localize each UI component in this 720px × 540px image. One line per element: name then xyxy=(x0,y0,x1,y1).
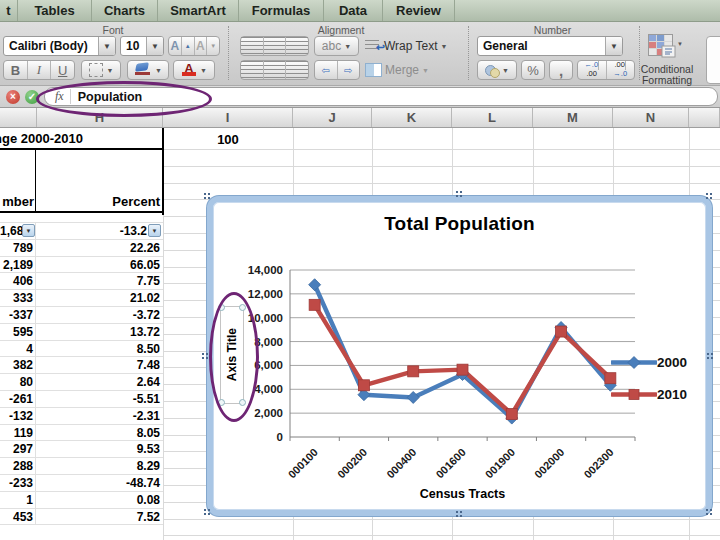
chart-handle-middle-right[interactable] xyxy=(706,352,714,360)
column-header-partial[interactable] xyxy=(689,108,720,127)
decrease-decimal-button[interactable]: .00→.0 xyxy=(607,61,635,79)
column-header-L[interactable]: L xyxy=(452,108,533,127)
cell-number[interactable]: 119 xyxy=(0,425,36,441)
cell-number[interactable]: 4 xyxy=(0,341,36,357)
cell-percent[interactable]: -48.74 xyxy=(36,475,163,491)
column-header-M[interactable]: M xyxy=(533,108,613,127)
fill-color-button[interactable]: ▼ xyxy=(127,60,169,80)
ribbon-tab-data[interactable]: Data xyxy=(324,0,383,21)
table-row[interactable]: 59513.72 xyxy=(0,324,163,341)
cell-percent[interactable]: 22.26 xyxy=(36,240,163,256)
cell-percent[interactable]: 66.05 xyxy=(36,257,163,273)
cell-percent[interactable]: 8.50 xyxy=(36,341,163,357)
cell-percent[interactable]: -3.72 xyxy=(36,307,163,323)
ribbon-tab-charts[interactable]: Charts xyxy=(92,0,158,21)
align-right-icon[interactable] xyxy=(286,61,308,79)
chart-handle-bottom-left[interactable] xyxy=(203,508,211,516)
table-row[interactable]: 2979.53 xyxy=(0,441,163,458)
cell-number[interactable]: 333 xyxy=(0,290,36,306)
cell-percent[interactable]: 0.08 xyxy=(36,492,163,508)
ribbon-tab-formulas[interactable]: Formulas xyxy=(239,0,324,21)
chart-handle-bottom-middle[interactable] xyxy=(455,510,463,518)
cell-percent[interactable]: 21.02 xyxy=(36,290,163,306)
comma-style-button[interactable]: , xyxy=(549,60,573,80)
column-header-N[interactable]: N xyxy=(613,108,689,127)
conditional-formatting-button[interactable]: ▼ Conditional Formatting xyxy=(648,34,700,86)
accept-icon[interactable]: ✓ xyxy=(25,90,39,104)
table-row[interactable]: 33321.02 xyxy=(0,290,163,307)
table-row[interactable]: 3827.48 xyxy=(0,357,163,374)
italic-button[interactable]: I xyxy=(28,61,52,79)
table-row[interactable]: -337-3.72 xyxy=(0,307,163,324)
cell-number[interactable]: 595 xyxy=(0,324,36,340)
chart-handle-middle-left[interactable] xyxy=(201,352,209,360)
chart-handle-top-right[interactable] xyxy=(705,192,713,200)
cell-percent[interactable]: -13.2 xyxy=(36,223,163,239)
chart-handle-bottom-right[interactable] xyxy=(705,508,713,516)
selection-knob[interactable] xyxy=(239,304,246,311)
cell-number[interactable]: -337 xyxy=(0,307,36,323)
number-format-select[interactable]: General ▼ xyxy=(477,36,623,56)
borders-button[interactable]: ▼ xyxy=(81,60,121,80)
ribbon-tab-smartart[interactable]: SmartArt xyxy=(158,0,239,21)
cell-percent[interactable]: 13.72 xyxy=(36,324,163,340)
wrap-text-button[interactable]: ↩ Wrap Text▼ xyxy=(365,36,448,56)
column-header-J[interactable]: J xyxy=(293,108,372,127)
align-top-icon[interactable] xyxy=(241,37,264,55)
align-center-icon[interactable] xyxy=(264,61,287,79)
cell-number[interactable]: 80 xyxy=(0,374,36,390)
cell-percent[interactable]: 8.05 xyxy=(36,425,163,441)
table-row[interactable]: 78922.26 xyxy=(0,240,163,257)
cell-number[interactable]: 2,189 xyxy=(0,257,36,273)
shrink-font-button[interactable]: A▼ xyxy=(195,37,220,55)
percent-style-button[interactable]: % xyxy=(521,60,545,80)
cell-percent[interactable]: -2.31 xyxy=(36,408,163,424)
cell-percent[interactable]: 7.75 xyxy=(36,273,163,289)
currency-format-button[interactable]: ▼ xyxy=(477,60,517,80)
column-header-K[interactable]: K xyxy=(372,108,452,127)
ribbon-tab-t[interactable]: t xyxy=(0,0,18,21)
cell-number[interactable]: -233 xyxy=(0,475,36,491)
increase-indent-icon[interactable]: ⇨ xyxy=(338,61,360,79)
cell-number[interactable]: 789 xyxy=(0,240,36,256)
filter-dropdown-number[interactable]: ▼ xyxy=(22,224,35,237)
font-size-select[interactable]: 10 ▼ xyxy=(120,36,164,56)
bold-button[interactable]: B xyxy=(4,61,28,79)
align-bottom-icon[interactable] xyxy=(286,37,308,55)
align-left-icon[interactable] xyxy=(241,61,264,79)
table-row[interactable]: 2888.29 xyxy=(0,458,163,475)
column-header-I[interactable]: I xyxy=(163,108,293,127)
grow-font-button[interactable]: A▲ xyxy=(169,37,195,55)
styles-gallery-partial[interactable] xyxy=(706,36,720,84)
cell-percent[interactable]: 8.29 xyxy=(36,458,163,474)
table-row[interactable]: -132-2.31 xyxy=(0,408,163,425)
spreadsheet-grid[interactable]: nge 2000-2010 mber Percent 1,68-13.2▼▼78… xyxy=(0,128,720,540)
cell-number[interactable]: 382 xyxy=(0,357,36,373)
cell-number[interactable]: 1 xyxy=(0,492,36,508)
selection-knob[interactable] xyxy=(239,399,246,406)
axis-title-box[interactable]: Axis Title xyxy=(220,306,244,404)
cell-number[interactable]: -261 xyxy=(0,391,36,407)
chart-handle-top-middle[interactable] xyxy=(455,190,463,198)
decrease-indent-icon[interactable]: ⇦ xyxy=(315,61,338,79)
text-orientation-button[interactable]: abc▼ xyxy=(314,36,359,56)
cell-number[interactable]: 453 xyxy=(0,509,36,525)
table-row[interactable]: -261-5.51 xyxy=(0,391,163,408)
table-row[interactable]: 10.08 xyxy=(0,492,163,509)
legend-entry-2010[interactable]: 2010 xyxy=(611,381,687,407)
cell-percent[interactable]: 7.52 xyxy=(36,509,163,525)
cancel-icon[interactable]: × xyxy=(6,90,20,104)
table-row[interactable]: 1198.05 xyxy=(0,425,163,442)
cell-number[interactable]: 406 xyxy=(0,273,36,289)
chart-handle-top-left[interactable] xyxy=(203,192,211,200)
table-row[interactable]: 4067.75 xyxy=(0,273,163,290)
chart-object[interactable]: Total Population 02,0004,0006,0008,00010… xyxy=(207,196,712,516)
merge-button[interactable]: Merge▼ xyxy=(365,60,429,80)
font-color-button[interactable]: A ▼ xyxy=(173,60,215,80)
cell-number[interactable]: 288 xyxy=(0,458,36,474)
cell-percent[interactable]: 9.53 xyxy=(36,441,163,457)
cell-percent[interactable]: 2.64 xyxy=(36,374,163,390)
table-row[interactable]: 1,68-13.2▼▼ xyxy=(0,223,163,240)
table-row[interactable]: 4537.52 xyxy=(0,509,163,526)
ribbon-tab-review[interactable]: Review xyxy=(383,0,455,21)
